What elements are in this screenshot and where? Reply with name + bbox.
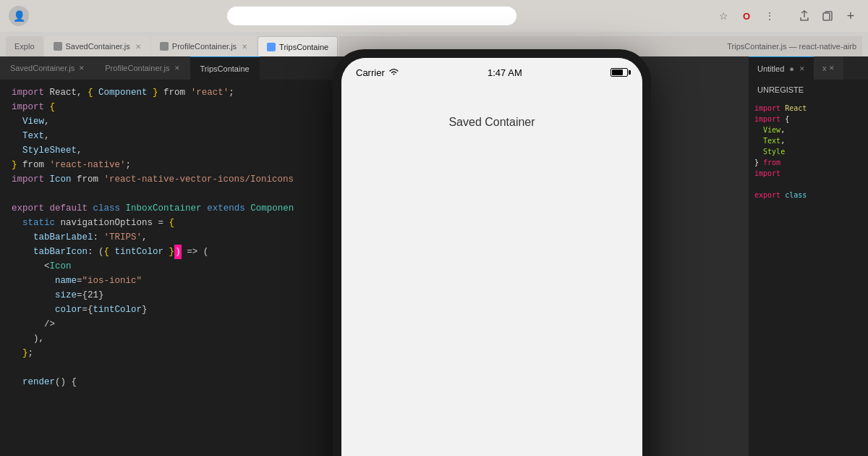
status-bar-left: Carrier <box>356 67 399 78</box>
tab-file-icon-2 <box>160 42 169 51</box>
user-avatar-icon[interactable]: 👤 <box>9 6 29 26</box>
editor-tab-saved[interactable]: SavedContainer.js ✕ <box>0 56 95 80</box>
editor-tab-saved-close[interactable]: ✕ <box>79 64 85 72</box>
right-tab-untitled[interactable]: Untitled ● ✕ <box>749 56 814 80</box>
right-panel: Untitled ● ✕ x ✕ UNREGISTE import React … <box>749 56 868 456</box>
tab-file-icon <box>54 42 62 51</box>
phone-simulator: Carrier 1:47 AM <box>333 49 651 456</box>
right-code-preview: import React import { View, Text, Style … <box>749 100 868 203</box>
right-panel-tabs: Untitled ● ✕ x ✕ <box>749 56 868 80</box>
browser-right-icons: ☆ O ⋮ + <box>715 7 859 25</box>
phone-status-bar: Carrier 1:47 AM <box>341 58 642 87</box>
duplicate-icon[interactable] <box>819 7 836 25</box>
bookmark-icon[interactable]: ☆ <box>715 7 732 25</box>
menu-icon[interactable]: ⋮ <box>761 7 778 25</box>
phone-screen: Carrier 1:47 AM <box>341 58 642 456</box>
browser-chrome: 👤 ☆ O ⋮ + Explo <box>0 0 868 56</box>
phone-time: 1:47 AM <box>488 67 522 78</box>
browser-tab-profile-close[interactable]: ✕ <box>242 43 247 51</box>
extend-icon[interactable]: + <box>842 7 859 25</box>
carrier-label: Carrier <box>356 67 385 78</box>
right-panel-unregister-label: UNREGISTE <box>749 80 868 100</box>
editor-tab-trips[interactable]: TripsContaine <box>190 56 260 80</box>
browser-nav-icons: 👤 <box>9 6 29 26</box>
saved-container-label: Saved Container <box>448 116 535 129</box>
share-icon[interactable] <box>796 7 813 25</box>
untitled-dot: ● <box>789 64 794 73</box>
main-content: SavedContainer.js ✕ ProfileContainer.js … <box>0 56 868 456</box>
right-tab-x-close[interactable]: ✕ <box>829 64 835 72</box>
browser-tab-explore[interactable]: Explo <box>6 36 43 56</box>
battery-fill <box>612 69 623 75</box>
editor-tab-profile-close[interactable]: ✕ <box>174 64 180 72</box>
browser-tab-trips[interactable]: TripsContaine <box>258 36 338 56</box>
right-tab-x[interactable]: x ✕ <box>814 56 844 80</box>
tab-file-icon-3 <box>267 43 276 51</box>
browser-tab-saved[interactable]: SavedContainer.js ✕ <box>45 36 150 56</box>
battery-icon <box>610 68 628 77</box>
browser-tab-profile[interactable]: ProfileContainer.js ✕ <box>151 36 256 56</box>
opera-icon[interactable]: O <box>738 7 755 25</box>
browser-title-text: TripsContainer.js — react-native-airb <box>727 42 856 51</box>
right-tab-untitled-close[interactable]: ✕ <box>799 65 805 72</box>
browser-tab-saved-close[interactable]: ✕ <box>135 43 141 51</box>
browser-address-bar[interactable] <box>227 7 516 25</box>
phone-body: Carrier 1:47 AM <box>333 49 651 456</box>
svg-rect-0 <box>823 13 830 20</box>
editor-tab-profile[interactable]: ProfileContainer.js ✕ <box>95 56 190 80</box>
status-bar-right <box>610 68 628 77</box>
browser-top-bar: 👤 ☆ O ⋮ + <box>0 0 868 32</box>
phone-app-content: Saved Container <box>341 87 642 456</box>
wifi-icon <box>388 67 399 77</box>
